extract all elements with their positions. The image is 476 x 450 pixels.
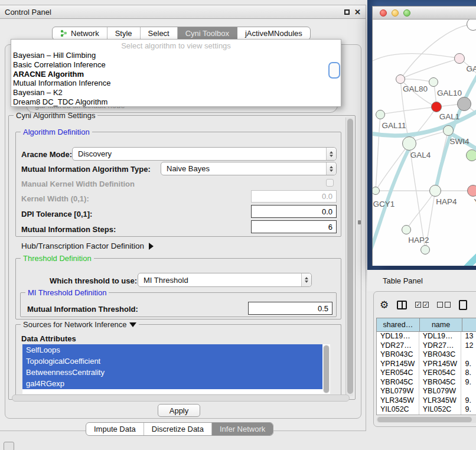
minimized-panel-icon[interactable] xyxy=(4,442,14,450)
network-node-label: GAL10 xyxy=(437,89,462,97)
which-threshold-label: Which threshold to use: xyxy=(50,276,137,285)
mi-steps-field[interactable]: 6 xyxy=(251,220,337,233)
table-cell: YDR27… xyxy=(377,341,419,351)
column-header-shared-name[interactable]: shared… xyxy=(376,318,419,332)
aracne-mode-value: Discovery xyxy=(78,149,112,158)
tab-impute-data[interactable]: Impute Data xyxy=(86,423,144,435)
table-row[interactable]: YLR345WYLR345W9. xyxy=(377,396,476,406)
algorithm-option[interactable]: Dream8 DC_TDC Algorithm xyxy=(11,97,341,107)
table-horizontal-scrollbar-thumb[interactable] xyxy=(377,417,472,422)
columns-icon[interactable] xyxy=(397,301,407,309)
collapse-down-icon xyxy=(129,322,136,327)
table-row[interactable]: YPR145WYPR145W9. xyxy=(377,360,476,369)
attributes-scrollbar-thumb[interactable] xyxy=(324,345,329,393)
mi-type-combobox[interactable]: Naive Bayes xyxy=(161,162,337,175)
network-node-gal[interactable] xyxy=(454,53,465,64)
aracne-mode-combobox[interactable]: Discovery xyxy=(72,147,337,161)
tab-infer-network[interactable]: Infer Network xyxy=(212,423,273,435)
table-row[interactable]: YBR043CYBR043C xyxy=(377,350,476,360)
control-panel-window: Control Panel ✕ Network Style Select Cyn xyxy=(0,5,366,431)
column-header-partial[interactable] xyxy=(462,318,476,332)
table-row[interactable]: YBR045CYBR045C9. xyxy=(377,378,476,387)
data-attribute-item[interactable]: TopologicalCoefficient xyxy=(22,356,322,367)
algorithm-option[interactable]: ARACNE Algorithm xyxy=(11,70,341,79)
network-node-hap2[interactable] xyxy=(402,225,411,234)
threshold-definition-title: Threshold Definition xyxy=(21,254,94,263)
focused-combobox-fragment[interactable] xyxy=(328,62,340,79)
mi-steps-label: Mutual Information Steps: xyxy=(21,225,116,234)
attributes-scrollbar[interactable] xyxy=(323,345,330,393)
deselect-all-columns-icon[interactable] xyxy=(437,302,451,308)
tab-discretize-data[interactable]: Discretize Data xyxy=(144,423,212,435)
tab-jactivemnodules[interactable]: jActiveMNodules xyxy=(237,27,310,40)
table-row[interactable]: YBL079WYBL079W xyxy=(377,387,476,396)
table-row[interactable]: YDL19…YDL19…13 xyxy=(377,332,476,341)
hub-definition-expander[interactable]: Hub/Transcription Factor Definition xyxy=(21,242,154,250)
settings-scrollbar-thumb[interactable] xyxy=(347,119,353,394)
dpi-tolerance-label: DPI Tolerance [0,1]: xyxy=(21,210,92,219)
tab-select[interactable]: Select xyxy=(141,27,178,40)
float-window-icon[interactable] xyxy=(344,9,350,15)
table-row[interactable]: YER054CYER054C8. xyxy=(377,369,476,378)
table-cell: 13 xyxy=(461,332,476,341)
mi-type-label: Mutual Information Algorithm Type: xyxy=(21,165,151,174)
kernel-width-field[interactable]: 0.0 xyxy=(251,190,337,203)
stepper-arrows-icon xyxy=(301,273,311,286)
file-icon[interactable] xyxy=(459,300,467,310)
network-node[interactable] xyxy=(457,97,471,111)
sources-title[interactable]: Sources for Network Inference xyxy=(21,320,139,329)
close-traffic-light-icon[interactable] xyxy=(380,9,387,17)
tab-cyni-toolbox[interactable]: Cyni Toolbox xyxy=(178,27,237,40)
table-row[interactable]: YDR27…YDR27…12 xyxy=(377,341,476,351)
network-node-label: Y xyxy=(474,197,476,206)
network-node-swi4[interactable] xyxy=(443,125,454,136)
settings-scrollbar[interactable] xyxy=(345,118,353,396)
select-all-columns-icon[interactable]: ✓✓ xyxy=(415,302,429,308)
algorithm-option[interactable]: Basic Correlation Inference xyxy=(11,60,341,70)
expand-right-icon xyxy=(149,243,154,250)
table-header-row: shared… name xyxy=(376,318,476,332)
network-node-label: HAP4 xyxy=(436,197,457,206)
algorithm-option[interactable]: Mutual Information Inference xyxy=(11,79,341,88)
table-cell: YBL079W xyxy=(419,387,462,396)
network-node-gal4[interactable] xyxy=(402,136,416,151)
network-node-gal1[interactable] xyxy=(431,102,442,112)
tab-network[interactable]: Network xyxy=(53,27,107,40)
network-node[interactable] xyxy=(420,245,430,255)
apply-button[interactable]: Apply xyxy=(158,404,200,417)
minimize-traffic-light-icon[interactable] xyxy=(392,9,399,17)
close-window-icon[interactable]: ✕ xyxy=(354,8,361,16)
network-node-gal80[interactable] xyxy=(396,74,405,84)
algorithm-option[interactable]: Bayesian – K2 xyxy=(11,88,341,97)
tab-infer-network-label: Infer Network xyxy=(220,425,265,433)
manual-kernel-checkbox[interactable] xyxy=(326,179,334,187)
network-node-hap4[interactable] xyxy=(429,185,441,197)
gear-icon[interactable]: ⚙ xyxy=(380,300,389,310)
mi-type-value: Naive Bayes xyxy=(167,164,210,173)
network-node-gal11[interactable] xyxy=(376,110,385,119)
column-header-name[interactable]: name xyxy=(419,318,462,332)
dpi-tolerance-field[interactable]: 0.0 xyxy=(251,205,337,218)
data-attribute-item[interactable]: SelfLoops xyxy=(22,344,322,356)
zoom-traffic-light-icon[interactable] xyxy=(403,9,410,17)
horizontal-scrollbar[interactable] xyxy=(12,394,350,402)
mi-threshold-field[interactable]: 0.5 xyxy=(248,302,332,315)
data-attribute-item[interactable]: gal4RGexp xyxy=(22,378,322,389)
table-horizontal-scrollbar[interactable] xyxy=(376,416,476,423)
data-attribute-item[interactable]: BetweennessCentrality xyxy=(22,367,322,378)
panel-divider-grip[interactable] xyxy=(358,220,361,224)
manual-kernel-label: Manual Kernel Width Definition xyxy=(21,180,135,188)
table-row[interactable]: YIL052CYIL052C9. xyxy=(377,405,476,415)
network-view-window[interactable]: GALGAL80GAL10GAL1GAL11GAL4SWI4GCY1HAP4YH… xyxy=(372,6,476,266)
which-threshold-combobox[interactable]: MI Threshold xyxy=(138,273,312,287)
network-canvas[interactable]: GALGAL80GAL10GAL1GAL11GAL4SWI4GCY1HAP4YH… xyxy=(373,19,476,266)
data-attributes-list: SelfLoopsTopologicalCoefficientBetweenne… xyxy=(22,344,330,394)
tab-style[interactable]: Style xyxy=(107,27,141,40)
network-node-gal10[interactable] xyxy=(429,77,438,87)
network-node[interactable] xyxy=(466,149,476,161)
algorithm-definition-title: Algorithm Definition xyxy=(21,128,92,136)
table-cell xyxy=(461,350,476,360)
algorithm-option[interactable]: Bayesian – Hill Climbing xyxy=(11,51,341,60)
network-node-y[interactable] xyxy=(467,185,476,197)
tab-select-label: Select xyxy=(148,29,169,38)
